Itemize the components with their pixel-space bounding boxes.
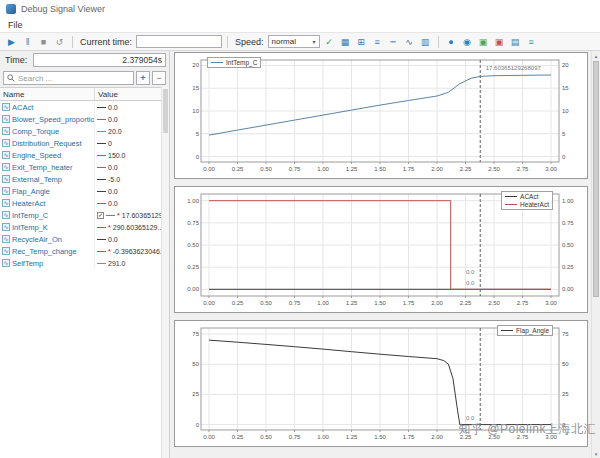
tree-row-Flap_Angle[interactable]: ∿Flap_Angle0.0 [0, 185, 161, 197]
tree-row-External_Temp[interactable]: ∿External_Temp-5.0 [0, 173, 161, 185]
chart-legend: ACActHeaterAct [501, 191, 553, 210]
scrollbar-thumb[interactable] [593, 61, 599, 297]
tree-row-SelfTemp[interactable]: ∿SelfTemp291.0 [0, 257, 161, 269]
svg-text:0.75: 0.75 [289, 300, 301, 306]
tree-row-Blower_Speed_proportion[interactable]: ∿Blower_Speed_proportion0.0 [0, 113, 161, 125]
column-header-name[interactable]: Name [0, 88, 95, 100]
signal-wave-icon: ∿ [2, 139, 10, 147]
signal-color-sample [97, 203, 106, 204]
svg-text:15: 15 [192, 85, 199, 91]
signal-name-label: External_Temp [12, 175, 62, 184]
signal-name-cell: ∿ACAct [0, 101, 95, 113]
scroll-up-icon[interactable]: ▴ [592, 51, 600, 60]
vertical-scrollbar[interactable]: ▴ ▾ [591, 51, 600, 458]
signal-value: 0 [108, 140, 112, 147]
legend-entry-HeaterAct[interactable]: HeaterAct [505, 201, 549, 208]
bar-style-icon[interactable]: ▥ [418, 34, 433, 49]
signal-wave-icon: ∿ [2, 259, 10, 267]
signal-name-cell: ∿IntTemp_K [0, 221, 95, 233]
scroll-down-icon[interactable]: ▾ [592, 449, 600, 458]
signal-value-cell: 0.0 [95, 104, 161, 111]
add-signal-button[interactable]: + [136, 71, 150, 85]
marker-icon[interactable]: ◉ [460, 34, 475, 49]
legend-toggle-icon[interactable]: ≡ [524, 34, 539, 49]
signal-wave-icon: ∿ [2, 223, 10, 231]
svg-text:0.0: 0.0 [466, 269, 475, 275]
app-icon [6, 4, 16, 14]
svg-text:0.75: 0.75 [187, 220, 199, 226]
signal-name-cell: ∿External_Temp [0, 173, 95, 185]
tree-row-Exit_Temp_heater[interactable]: ∿Exit_Temp_heater0.0 [0, 161, 161, 173]
signal-name-label: Flap_Angle [12, 187, 50, 196]
debug-signal-viewer-window: Debug Signal Viewer File ▶‖■↺ Current ti… [0, 0, 600, 51]
signal-name-label: RecycleAir_On [12, 235, 62, 244]
signal-wave-icon: ∿ [2, 127, 10, 135]
legend-color-sample [211, 62, 223, 63]
table-view-icon[interactable]: ▤ [508, 34, 523, 49]
current-time-input[interactable] [136, 35, 222, 48]
restart-icon[interactable]: ↺ [52, 34, 67, 49]
signal-color-sample [97, 167, 106, 168]
legend-entry-Flap_Angle[interactable]: Flap_Angle [501, 327, 549, 334]
svg-text:0.00: 0.00 [203, 166, 215, 172]
play-icon[interactable]: ▶ [4, 34, 19, 49]
apply-speed-icon[interactable]: ✓ [322, 34, 337, 49]
legend-color-sample [505, 204, 517, 205]
signal-color-sample [97, 227, 106, 228]
svg-text:0.0: 0.0 [466, 280, 475, 286]
stop-icon[interactable]: ■ [36, 34, 51, 49]
legend-entry-IntTemp_C[interactable]: IntTemp_C [211, 59, 257, 66]
svg-text:0.50: 0.50 [187, 242, 199, 248]
svg-text:1.75: 1.75 [403, 166, 415, 172]
current-time-label: Current time: [80, 37, 132, 47]
grid-view-icon[interactable]: ▦ [338, 34, 353, 49]
tree-scrollbar-thumb[interactable] [163, 89, 168, 133]
svg-text:20: 20 [562, 62, 569, 68]
tree-row-Engine_Speed[interactable]: ∿Engine_Speed150.0 [0, 149, 161, 161]
legend-color-sample [505, 196, 517, 197]
record-icon[interactable]: ● [444, 34, 459, 49]
tree-row-HeaterAct[interactable]: ∿HeaterAct0.0 [0, 197, 161, 209]
tree-row-Comp_Torque[interactable]: ∿Comp_Torque20.0 [0, 125, 161, 137]
svg-text:0.00: 0.00 [203, 434, 215, 440]
menu-file[interactable]: File [0, 20, 31, 30]
tile-view-icon[interactable]: ⊞ [354, 34, 369, 49]
time-value-field[interactable]: 2.379054s [33, 53, 166, 67]
signal-value-cell: -5.0 [95, 176, 161, 183]
search-input[interactable]: Search ... [3, 71, 134, 85]
search-placeholder: Search ... [18, 74, 52, 83]
toolbar-separator [227, 36, 228, 48]
export-image-icon[interactable]: ▣ [476, 34, 491, 49]
export-report-icon[interactable]: ▣ [492, 34, 507, 49]
svg-text:0: 0 [562, 154, 566, 160]
tree-row-RecycleAir_On[interactable]: ∿RecycleAir_On0.0 [0, 233, 161, 245]
tree-row-IntTemp_C[interactable]: ∿IntTemp_C✓*17.60365129... [0, 209, 161, 221]
remove-signal-button[interactable]: − [152, 71, 166, 85]
signal-checkbox[interactable]: ✓ [97, 212, 104, 219]
tree-row-ACAct[interactable]: ∿ACAct0.0 [0, 101, 161, 113]
tree-scrollbar[interactable] [161, 87, 169, 458]
wave-style-icon[interactable]: ∿ [402, 34, 417, 49]
svg-text:75: 75 [562, 331, 569, 337]
speed-select[interactable]: normal ▾ [268, 35, 320, 48]
signal-tree: ∿ACAct0.0∿Blower_Speed_proportion0.0∿Com… [0, 101, 161, 458]
tree-row-Rec_Temp_change[interactable]: ∿Rec_Temp_change*-0.3963623046... [0, 245, 161, 257]
svg-text:0.75: 0.75 [562, 220, 574, 226]
signal-name-label: ACAct [12, 103, 33, 112]
line-style-icon[interactable]: ≡ [370, 34, 385, 49]
svg-text:25: 25 [562, 391, 569, 397]
svg-text:1.25: 1.25 [346, 434, 358, 440]
dashed-style-icon[interactable]: ┉ [386, 34, 401, 49]
column-header-value[interactable]: Value [95, 88, 161, 100]
signal-wave-icon: ∿ [2, 247, 10, 255]
chart-plot-inttemp[interactable]: 0.000.250.500.751.001.251.501.752.002.25… [175, 53, 587, 178]
legend-entry-ACAct[interactable]: ACAct [505, 193, 549, 200]
pause-icon[interactable]: ‖ [20, 34, 35, 49]
signal-value: 0.0 [108, 104, 118, 111]
tree-row-Distribution_Request[interactable]: ∿Distribution_Request0 [0, 137, 161, 149]
signal-color-sample [97, 155, 106, 156]
chart-panel-acact-heateract: 0.000.250.500.751.001.251.501.752.002.25… [174, 186, 588, 313]
signal-color-sample [97, 191, 106, 192]
tree-row-IntTemp_K[interactable]: ∿IntTemp_K*290.60365129... [0, 221, 161, 233]
signal-value-cell: 0.0 [95, 164, 161, 171]
